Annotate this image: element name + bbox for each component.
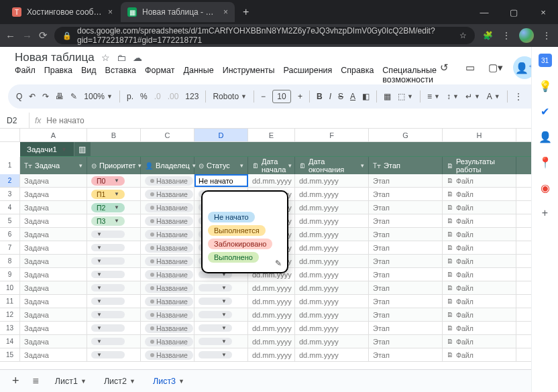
priority-chip[interactable]: П3▼ (91, 216, 125, 226)
cell-owner[interactable]: Название (141, 281, 194, 294)
halign-button[interactable]: ≡▼ (427, 92, 440, 101)
cell-results[interactable]: Файл (443, 348, 516, 361)
status-option[interactable]: Не начато (208, 212, 255, 222)
priority-chip[interactable]: П0▼ (91, 176, 125, 186)
menu-item[interactable]: Файл (15, 66, 36, 84)
menu-item[interactable]: Инструменты (223, 66, 275, 84)
cell-results[interactable]: Файл (443, 241, 516, 254)
priority-chip[interactable]: ▼ (91, 244, 125, 251)
cell-owner[interactable]: Название (141, 174, 194, 187)
file-chip[interactable]: Файл (447, 177, 473, 185)
get-addons-icon[interactable]: + (539, 206, 552, 220)
star-icon[interactable]: ☆ (459, 31, 467, 40)
cell-owner[interactable]: Название (141, 295, 194, 308)
cell-task[interactable]: Задача (20, 201, 87, 214)
owner-chip[interactable]: Название (145, 176, 193, 186)
cell-end-date[interactable]: dd.mm.yyyy (295, 281, 369, 294)
add-sheet-button[interactable]: + (7, 374, 25, 388)
priority-chip[interactable]: ▼ (91, 298, 125, 305)
cell-results[interactable]: Файл (443, 281, 516, 294)
cell-priority[interactable]: ▼ (87, 255, 141, 267)
valign-button[interactable]: ↕▼ (447, 92, 459, 101)
contacts-icon[interactable]: 👤 (539, 130, 552, 143)
cell-priority[interactable]: П2▼ (87, 201, 141, 214)
url-field[interactable]: 🔒 docs.google.com/spreadsheets/d/1mCARfY… (54, 27, 475, 44)
cell-stage[interactable]: Этап (369, 174, 443, 187)
file-chip[interactable]: Файл (447, 231, 473, 239)
cell-owner[interactable]: Название (141, 308, 194, 321)
redo-button[interactable]: ↷ (42, 92, 49, 101)
owner-chip[interactable]: Название (145, 297, 193, 306)
file-chip[interactable]: Файл (447, 244, 473, 252)
file-chip[interactable]: Файл (447, 324, 473, 332)
cell-priority[interactable]: П3▼ (87, 214, 141, 227)
cell-status[interactable]: ▼ (194, 295, 248, 308)
cell-end-date[interactable]: dd.mm.yyyy (295, 241, 369, 254)
new-tab-button[interactable]: + (236, 6, 256, 18)
menu-item[interactable]: Справка (341, 66, 374, 84)
row-number[interactable]: 4 (0, 201, 20, 214)
cell-task[interactable]: Задача (20, 241, 87, 254)
file-chip[interactable]: Файл (447, 338, 473, 346)
cell-end-date[interactable]: dd.mm.yyyy (295, 322, 369, 334)
cell-owner[interactable]: Название (141, 268, 194, 281)
cell-owner[interactable]: Название (141, 228, 194, 241)
cell-start-date[interactable]: dd.mm.yyyy (248, 174, 295, 187)
file-chip[interactable]: Файл (447, 271, 473, 279)
priority-chip[interactable]: ▼ (91, 231, 125, 238)
row-number[interactable]: 10 (0, 281, 20, 294)
sheet-tab[interactable]: Лист2 ▼ (96, 373, 144, 390)
cell-status[interactable] (194, 174, 248, 187)
menu-item[interactable]: Данные (183, 66, 213, 84)
cell-results[interactable]: Файл (443, 255, 516, 267)
row-number[interactable]: 11 (0, 295, 20, 308)
cell-priority[interactable]: П0▼ (87, 174, 141, 187)
borders-button[interactable]: ▦ (384, 92, 391, 101)
extension-icon[interactable]: ⋮ (500, 31, 512, 40)
owner-chip[interactable]: Название (145, 337, 193, 346)
minimize-button[interactable]: — (469, 7, 499, 17)
table-view-button[interactable]: ▥ (74, 142, 91, 156)
row-number[interactable]: 3 (0, 188, 20, 200)
cell-results[interactable]: Файл (443, 188, 516, 200)
cell-end-date[interactable]: dd.mm.yyyy (295, 228, 369, 241)
priority-chip[interactable]: П2▼ (91, 203, 125, 212)
chevron-down-icon[interactable]: ▼ (129, 378, 135, 385)
edit-dropdown-icon[interactable]: ✎ (275, 259, 282, 268)
priority-chip[interactable]: ▼ (91, 284, 125, 291)
status-chip[interactable]: ▼ (199, 324, 232, 332)
menu-item[interactable]: Специальные возможности (382, 66, 437, 84)
row-number[interactable]: 15 (0, 348, 20, 361)
cell-start-date[interactable]: dd.mm.yyyy (248, 295, 295, 308)
status-chip[interactable]: ▼ (199, 311, 232, 318)
cell-end-date[interactable]: dd.mm.yyyy (295, 335, 369, 348)
forward-button[interactable]: → (22, 30, 32, 42)
menu-item[interactable]: Правка (44, 66, 72, 84)
cell-results[interactable]: Файл (443, 295, 516, 308)
priority-chip[interactable]: ▼ (91, 324, 125, 332)
cell-results[interactable]: Файл (443, 228, 516, 241)
status-option[interactable]: Заблокировано (208, 239, 272, 249)
col-results[interactable]: 🗎Результаты работы (443, 157, 516, 174)
cell-start-date[interactable]: dd.mm.yyyy (248, 348, 295, 361)
decrease-decimal-button[interactable]: .0 (154, 92, 161, 101)
extension-icon[interactable]: 🧩 (482, 31, 494, 40)
cell-start-date[interactable]: dd.mm.yyyy (248, 281, 295, 294)
owner-chip[interactable]: Название (145, 310, 193, 320)
percent-button[interactable]: % (140, 92, 148, 101)
column-header[interactable]: H (443, 129, 516, 141)
cell-start-date[interactable]: dd.mm.yyyy (248, 308, 295, 321)
calendar-icon[interactable]: 31 (539, 54, 552, 67)
cloud-icon[interactable]: ☁ (133, 52, 142, 63)
status-option[interactable]: Выполняется (208, 225, 266, 236)
cell-priority[interactable]: ▼ (87, 228, 141, 241)
tasks-icon[interactable]: ✔ (539, 105, 552, 118)
zoom-select[interactable]: 100%▼ (84, 92, 113, 101)
file-chip[interactable]: Файл (447, 257, 473, 265)
cell-priority[interactable]: ▼ (87, 281, 141, 294)
cell-task[interactable]: Задача (20, 308, 87, 321)
owner-chip[interactable]: Название (145, 257, 193, 266)
cell-results[interactable]: Файл (443, 201, 516, 214)
merge-button[interactable]: ⬚▼ (398, 92, 413, 101)
cell-status[interactable]: ▼ (194, 281, 248, 294)
